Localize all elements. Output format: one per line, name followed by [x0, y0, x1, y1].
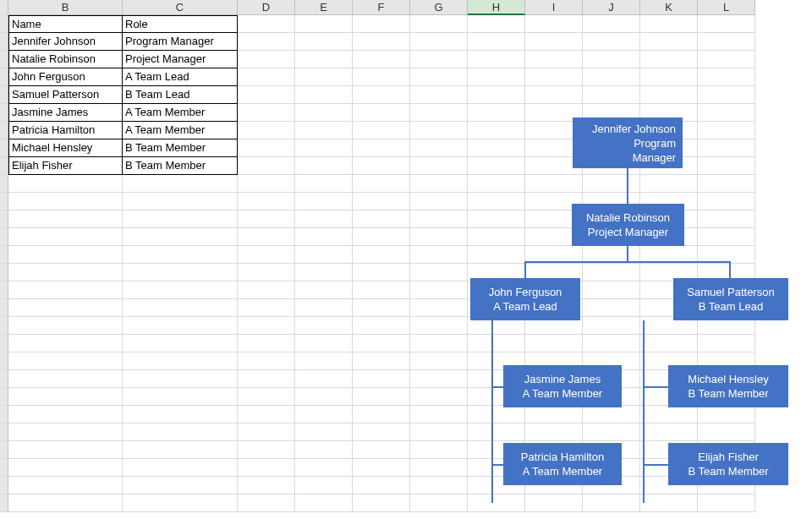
cell[interactable]: [238, 494, 295, 512]
cell[interactable]: [295, 33, 353, 51]
cell[interactable]: [583, 494, 640, 512]
cell[interactable]: [295, 210, 353, 228]
cell[interactable]: [698, 246, 755, 264]
cell[interactable]: [8, 335, 123, 352]
row-header[interactable]: [0, 370, 8, 388]
cell[interactable]: [698, 104, 755, 122]
cell[interactable]: [698, 335, 755, 352]
cell[interactable]: [123, 352, 238, 370]
org-node-program-manager[interactable]: Jennifer Johnson Program Manager: [573, 117, 683, 168]
cell[interactable]: [295, 15, 353, 33]
cell[interactable]: [640, 51, 698, 68]
cell[interactable]: [353, 157, 410, 175]
cell[interactable]: John Ferguson: [8, 68, 123, 86]
cell[interactable]: [295, 122, 353, 139]
cell[interactable]: [8, 264, 123, 281]
column-header-C[interactable]: C: [123, 0, 238, 15]
cell[interactable]: [353, 228, 410, 246]
cell[interactable]: [698, 122, 755, 139]
row-header[interactable]: [0, 281, 8, 299]
cell[interactable]: [238, 477, 295, 494]
cell[interactable]: [238, 228, 295, 246]
cell[interactable]: [295, 139, 353, 157]
cell[interactable]: [468, 86, 525, 104]
cell[interactable]: [583, 86, 640, 104]
cell[interactable]: [410, 210, 468, 228]
cell[interactable]: [353, 246, 410, 264]
row-header[interactable]: [0, 228, 8, 246]
cell[interactable]: Elijah Fisher: [8, 157, 123, 175]
cell[interactable]: [8, 477, 123, 494]
cell[interactable]: [238, 352, 295, 370]
cell[interactable]: [410, 459, 468, 477]
org-node-b-member-1[interactable]: Michael Hensley B Team Member: [668, 365, 788, 407]
cell[interactable]: [295, 423, 353, 441]
row-header[interactable]: [0, 459, 8, 477]
cell[interactable]: [698, 494, 755, 512]
cell[interactable]: [295, 157, 353, 175]
cell[interactable]: [353, 193, 410, 210]
row-header[interactable]: [0, 86, 8, 104]
cell[interactable]: [583, 317, 640, 335]
cell[interactable]: [698, 51, 755, 68]
cell[interactable]: [525, 68, 583, 86]
cell[interactable]: [123, 335, 238, 352]
cell[interactable]: [353, 122, 410, 139]
cell[interactable]: B Team Member: [123, 157, 238, 175]
cell[interactable]: [353, 459, 410, 477]
cell[interactable]: [410, 335, 468, 352]
row-header[interactable]: [0, 335, 8, 352]
cell[interactable]: A Team Lead: [123, 68, 238, 86]
cell[interactable]: [8, 423, 123, 441]
org-node-b-team-lead[interactable]: Samuel Patterson B Team Lead: [673, 278, 788, 320]
cell[interactable]: [353, 352, 410, 370]
cell[interactable]: [698, 86, 755, 104]
cell[interactable]: [353, 388, 410, 406]
cell[interactable]: [698, 33, 755, 51]
cell[interactable]: [640, 68, 698, 86]
cell[interactable]: [410, 264, 468, 281]
cell[interactable]: [640, 406, 698, 423]
cell[interactable]: [410, 441, 468, 459]
row-header[interactable]: [0, 246, 8, 264]
cell[interactable]: [8, 406, 123, 423]
cell[interactable]: [410, 104, 468, 122]
cell[interactable]: [410, 33, 468, 51]
cell[interactable]: [353, 423, 410, 441]
cell[interactable]: [238, 406, 295, 423]
cell[interactable]: [123, 441, 238, 459]
cell[interactable]: [468, 406, 525, 423]
cell[interactable]: [525, 335, 583, 352]
cell[interactable]: [353, 139, 410, 157]
cell[interactable]: [410, 193, 468, 210]
cell[interactable]: [123, 494, 238, 512]
cell[interactable]: [8, 210, 123, 228]
cell[interactable]: [698, 228, 755, 246]
cell[interactable]: [238, 51, 295, 68]
row-header[interactable]: [0, 352, 8, 370]
cell[interactable]: [698, 139, 755, 157]
cell[interactable]: [8, 299, 123, 317]
cell[interactable]: Jasmine James: [8, 104, 123, 122]
column-header-J[interactable]: J: [583, 0, 640, 15]
cell[interactable]: [410, 228, 468, 246]
cell[interactable]: [238, 68, 295, 86]
cell[interactable]: [410, 406, 468, 423]
cell[interactable]: [123, 423, 238, 441]
cell[interactable]: [238, 264, 295, 281]
cell[interactable]: [8, 246, 123, 264]
cell[interactable]: [583, 264, 640, 281]
cell[interactable]: Jennifer Johnson: [8, 33, 123, 51]
cell[interactable]: [410, 15, 468, 33]
cell[interactable]: [238, 335, 295, 352]
cell[interactable]: [640, 335, 698, 352]
cell[interactable]: [295, 317, 353, 335]
cell[interactable]: [295, 281, 353, 299]
cell[interactable]: [468, 175, 525, 193]
row-header[interactable]: [0, 494, 8, 512]
cell[interactable]: [468, 423, 525, 441]
cell[interactable]: [640, 494, 698, 512]
cell[interactable]: [238, 459, 295, 477]
cell[interactable]: Program Manager: [123, 33, 238, 51]
cell[interactable]: [123, 264, 238, 281]
